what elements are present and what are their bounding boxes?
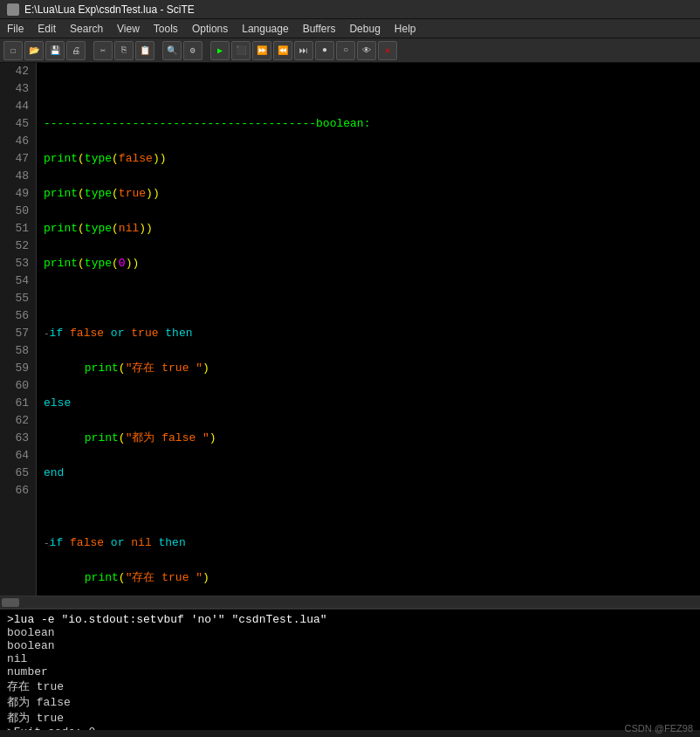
menu-edit[interactable]: Edit [31, 21, 63, 37]
output-panel: >lua -e "io.stdout:setvbuf 'no'" "csdnTe… [0, 608, 700, 730]
paste-button[interactable]: 📋 [135, 41, 154, 60]
hscroll-thumb[interactable] [2, 598, 19, 607]
horizontal-scrollbar[interactable] [0, 596, 700, 608]
code-line-48 [44, 290, 693, 307]
output-line-1: boolean [7, 626, 693, 639]
code-line-46: print(type(nil)) [44, 220, 693, 238]
title-text: E:\Lua\Lua Exp\csdnTest.lua - SciTE [24, 3, 195, 16]
open-button[interactable]: 📂 [24, 41, 44, 60]
cont-button[interactable]: ⏭ [294, 41, 313, 60]
code-line-44: print(type(false)) [44, 150, 693, 168]
toolbar: ☐ 📂 💾 🖨 ✂ ⎘ 📋 🔍 ⚙ ▶ ⬛ ⏩ ⏪ ⏭ ● ○ 👁 ✕ [0, 38, 700, 63]
code-line-54 [44, 499, 693, 517]
code-line-51: else [44, 395, 693, 412]
menu-language[interactable]: Language [235, 21, 295, 37]
output-line-7: 都为 true [7, 710, 693, 726]
code-line-50: print("存在 true ") [44, 360, 693, 377]
output-command: >lua -e "io.stdout:setvbuf 'no'" "csdnTe… [7, 613, 693, 626]
output-exit: >Exit code: 0 [7, 726, 693, 730]
menu-view[interactable]: View [110, 21, 147, 37]
back-button[interactable]: ⏪ [273, 41, 292, 60]
nbp-button[interactable]: ○ [336, 41, 355, 60]
code-editor[interactable]: ----------------------------------------… [37, 63, 700, 596]
find-button[interactable]: 🔍 [162, 41, 182, 60]
line-numbers: 42 43 44 45 46 47 48 49 50 51 52 53 54 5… [0, 63, 37, 596]
step-button[interactable]: ⏩ [252, 41, 271, 60]
app-icon [7, 3, 19, 16]
output-line-2: boolean [7, 639, 693, 652]
menu-help[interactable]: Help [388, 21, 423, 37]
menu-search[interactable]: Search [63, 21, 110, 37]
run-button[interactable]: ▶ [210, 41, 230, 60]
menubar: File Edit Search View Tools Options Lang… [0, 19, 700, 38]
cut-button[interactable]: ✂ [93, 41, 113, 60]
bp-button[interactable]: ● [315, 41, 334, 60]
save-button[interactable]: 💾 [45, 41, 65, 60]
copy-button[interactable]: ⎘ [114, 41, 134, 60]
menu-file[interactable]: File [0, 21, 31, 37]
code-line-45: print(type(true)) [44, 185, 693, 203]
code-line-52: print("都为 false ") [44, 430, 693, 447]
menu-tools[interactable]: Tools [147, 21, 185, 37]
find2-button[interactable]: ⚙ [183, 41, 202, 60]
output-line-5: 存在 true [7, 678, 693, 694]
watch-button[interactable]: 👁 [357, 41, 376, 60]
x-button[interactable]: ✕ [378, 41, 397, 60]
code-line-47: print(type(0)) [44, 255, 693, 272]
print-button[interactable]: 🖨 [66, 41, 86, 60]
code-line-49: -if false or true then [44, 325, 693, 342]
stop-button[interactable]: ⬛ [231, 41, 250, 60]
new-button[interactable]: ☐ [3, 41, 23, 60]
output-line-6: 都为 false [7, 694, 693, 710]
code-line-43: ----------------------------------------… [44, 115, 693, 133]
watermark: CSDN @FEZ98 [625, 723, 693, 734]
menu-debug[interactable]: Debug [342, 21, 387, 37]
editor-area[interactable]: 42 43 44 45 46 47 48 49 50 51 52 53 54 5… [0, 63, 700, 596]
code-line-53: end [44, 465, 693, 482]
output-line-4: number [7, 665, 693, 678]
code-line-42 [44, 80, 693, 98]
code-line-55: -if false or nil then [44, 534, 693, 552]
menu-buffers[interactable]: Buffers [296, 21, 343, 37]
output-line-3: nil [7, 652, 693, 665]
code-line-56: print("存在 true ") [44, 569, 693, 587]
titlebar: E:\Lua\Lua Exp\csdnTest.lua - SciTE [0, 0, 700, 19]
menu-options[interactable]: Options [185, 21, 235, 37]
